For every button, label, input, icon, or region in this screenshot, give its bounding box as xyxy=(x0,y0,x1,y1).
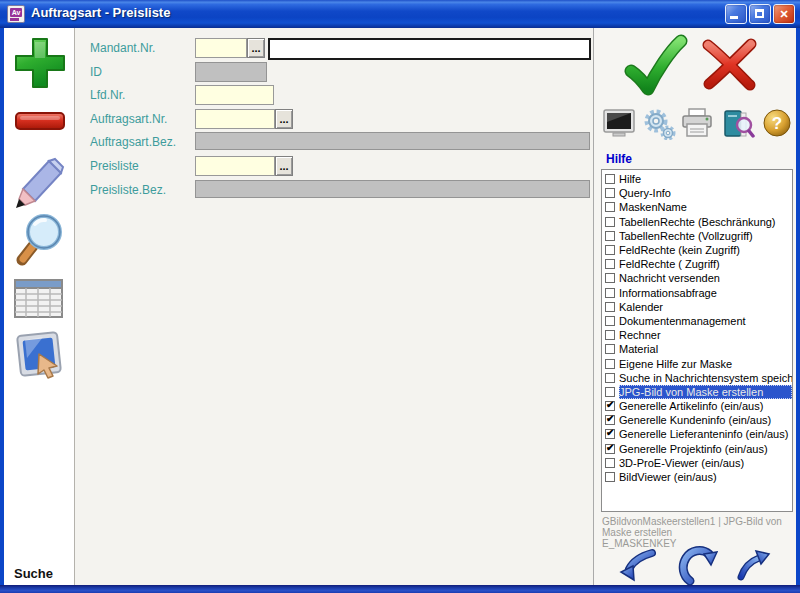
checkbox[interactable] xyxy=(605,245,615,255)
screenshot-button[interactable] xyxy=(603,108,635,142)
minimize-icon xyxy=(730,16,738,19)
checkbox-item[interactable]: Material xyxy=(602,342,792,356)
checkbox[interactable] xyxy=(605,273,615,283)
checkbox[interactable] xyxy=(605,415,615,425)
print-button[interactable] xyxy=(681,108,713,143)
checkbox-item[interactable]: Generelle Kundeninfo (ein/aus) xyxy=(602,413,792,427)
checkbox-item[interactable]: Dokumentenmanagement xyxy=(602,314,792,328)
auftragsart-nr-input[interactable] xyxy=(195,109,275,129)
table-view-button[interactable] xyxy=(13,278,69,324)
checkbox-item[interactable]: TabellenRechte (Vollzugriff) xyxy=(602,229,792,243)
table-icon xyxy=(13,278,65,320)
checkbox[interactable] xyxy=(605,472,615,482)
checkbox-item[interactable]: FeldRechte (kein Zugriff) xyxy=(602,243,792,257)
checkbox-item[interactable]: FeldRechte ( Zugriff) xyxy=(602,257,792,271)
checkbox[interactable] xyxy=(605,316,615,326)
ok-button[interactable] xyxy=(622,34,688,100)
x-icon xyxy=(700,38,760,92)
checkbox-item[interactable]: JPG-Bild von Maske erstellen xyxy=(602,385,792,399)
checkbox-item[interactable]: Rechner xyxy=(602,328,792,342)
checkbox-item[interactable]: MaskenName xyxy=(602,200,792,214)
checkbox[interactable] xyxy=(605,330,615,340)
checkbox-label: Nachricht versenden xyxy=(619,271,792,285)
checkbox[interactable] xyxy=(605,202,615,212)
edit-button[interactable] xyxy=(13,156,69,214)
checkbox-item[interactable]: Eigene Hilfe zur Maske xyxy=(602,356,792,370)
auftragsart-nr-browse-button[interactable]: ... xyxy=(275,109,293,129)
checkbox-item[interactable]: 3D-ProE-Viewer (ein/aus) xyxy=(602,456,792,470)
settings-button[interactable] xyxy=(642,108,676,144)
checkbox[interactable] xyxy=(605,288,615,298)
select-screen-button[interactable] xyxy=(13,328,69,390)
close-button[interactable]: ✕ xyxy=(773,4,795,24)
lfd-nr-input[interactable] xyxy=(195,85,274,105)
checkbox-item[interactable]: Query-Info xyxy=(602,186,792,200)
checkbox[interactable] xyxy=(605,359,615,369)
checkbox[interactable] xyxy=(605,444,615,454)
checkbox-label: Generelle Projektinfo (ein/aus) xyxy=(619,442,792,456)
checkbox[interactable] xyxy=(605,302,615,312)
checkbox-item[interactable]: Suche in Nachrichtensystem speich xyxy=(602,371,792,385)
field-row-preisliste: Preisliste ... xyxy=(76,156,593,176)
checkbox-label: Informationsabfrage xyxy=(619,286,792,300)
navigate-back-button[interactable] xyxy=(618,548,656,588)
navigate-forward-button[interactable] xyxy=(736,548,772,586)
checkbox[interactable] xyxy=(605,373,615,383)
checkbox-item[interactable]: Generelle Artikelinfo (ein/aus) xyxy=(602,399,792,413)
checkbox-label: Dokumentenmanagement xyxy=(619,314,792,328)
pencil-icon xyxy=(13,156,67,210)
checkbox-item[interactable]: Kalender xyxy=(602,300,792,314)
search-button[interactable] xyxy=(13,210,69,270)
checkbox[interactable] xyxy=(605,344,615,354)
delete-button[interactable] xyxy=(13,108,69,140)
mandant-nr-browse-button[interactable]: ... xyxy=(247,38,265,58)
add-button[interactable] xyxy=(13,36,69,98)
help-button[interactable]: ? xyxy=(762,108,792,142)
cancel-button[interactable] xyxy=(700,38,760,96)
maximize-icon xyxy=(755,9,764,18)
checkbox[interactable] xyxy=(605,387,615,397)
checkbox-label: TabellenRechte (Vollzugriff) xyxy=(619,229,792,243)
checkbox[interactable] xyxy=(605,174,615,184)
field-label: Auftragsart.Bez. xyxy=(90,135,176,149)
preisliste-browse-button[interactable]: ... xyxy=(275,156,293,176)
document-search-button[interactable] xyxy=(723,108,755,144)
checkbox-item[interactable]: Generelle Projektinfo (ein/aus) xyxy=(602,442,792,456)
checkbox-label: FeldRechte ( Zugriff) xyxy=(619,257,792,271)
checkbox-item[interactable]: Nachricht versenden xyxy=(602,271,792,285)
field-label: Preisliste.Bez. xyxy=(90,183,166,197)
checkbox-item[interactable]: Generelle Lieferanteninfo (ein/aus) xyxy=(602,427,792,441)
mandant-nr-input[interactable] xyxy=(195,38,247,58)
screen-hand-icon xyxy=(13,328,71,386)
checkbox[interactable] xyxy=(605,401,615,411)
help-section-title: Hilfe xyxy=(606,152,632,166)
checkbox-item[interactable]: TabellenRechte (Beschränkung) xyxy=(602,215,792,229)
checkbox-item[interactable]: Hilfe xyxy=(602,172,792,186)
refresh-button[interactable] xyxy=(676,544,718,590)
field-row-mandant-nr: Mandant.Nr. ... xyxy=(76,38,593,58)
checkbox-item[interactable]: BildViewer (ein/aus) xyxy=(602,470,792,484)
checkbox[interactable] xyxy=(605,429,615,439)
checkbox[interactable] xyxy=(605,217,615,227)
maximize-button[interactable] xyxy=(749,4,771,24)
checkbox[interactable] xyxy=(605,259,615,269)
window-body: Suche Mandant.Nr. ... ID Lfd.Nr. xyxy=(4,28,796,585)
checkbox[interactable] xyxy=(605,458,615,468)
checkbox-item[interactable]: Informationsabfrage xyxy=(602,286,792,300)
minimize-button[interactable] xyxy=(725,4,747,24)
status-line-1: GBildvonMaskeerstellen1 | JPG-Bild von xyxy=(602,516,792,527)
preisliste-input[interactable] xyxy=(195,156,275,176)
window-bottom-border xyxy=(0,585,800,593)
id-input xyxy=(195,62,267,82)
checkbox-label: Hilfe xyxy=(619,172,792,186)
checkbox[interactable] xyxy=(605,188,615,198)
svg-text:?: ? xyxy=(772,114,782,133)
checkbox-label: JPG-Bild von Maske erstellen xyxy=(619,385,792,399)
suche-label: Suche xyxy=(14,566,53,581)
checkbox-list: Hilfe Query-Info MaskenName TabellenRech… xyxy=(601,169,793,512)
checkbox-label: BildViewer (ein/aus) xyxy=(619,470,792,484)
field-label: Auftragsart.Nr. xyxy=(90,112,167,126)
checkbox-label: Query-Info xyxy=(619,186,792,200)
checkbox[interactable] xyxy=(605,231,615,241)
mandant-name-input[interactable] xyxy=(268,38,591,60)
